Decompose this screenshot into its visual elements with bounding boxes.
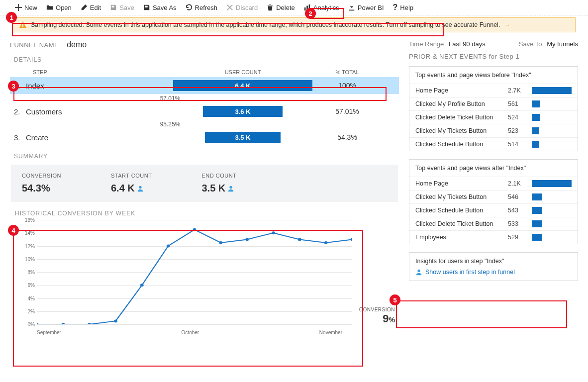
- y-tick: 4%: [28, 295, 35, 301]
- event-count: 2.7K: [508, 87, 532, 94]
- svg-point-7: [167, 245, 170, 248]
- save-as-button[interactable]: Save As: [143, 4, 177, 11]
- step-name: Customers: [26, 107, 173, 116]
- save-to-value[interactable]: My funnels: [547, 40, 578, 48]
- event-row[interactable]: Clicked My Profile Button 561: [409, 97, 578, 110]
- events-before-panel: Top events and page views before "Index"…: [409, 66, 578, 151]
- event-count: 561: [508, 100, 532, 107]
- funnel-step-row[interactable]: 1. Index 6.4 K 100%: [10, 77, 399, 94]
- delete-button[interactable]: Delete: [267, 4, 295, 11]
- save-to-label: Save To: [519, 40, 542, 48]
- event-count: 2.1K: [508, 180, 532, 187]
- event-name: Clicked Schedule Button: [415, 141, 508, 148]
- svg-point-0: [139, 186, 141, 189]
- y-tick: 6%: [28, 283, 35, 288]
- prior-next-heading: PRIOR & NEXT EVENTS for Step 1: [409, 53, 578, 60]
- edit-button[interactable]: Edit: [81, 4, 101, 11]
- event-row[interactable]: Clicked Delete Ticket Button 533: [409, 217, 578, 230]
- trash-icon: [267, 4, 274, 11]
- annotation-4: 4: [8, 225, 19, 236]
- event-row[interactable]: Employees 529: [409, 230, 578, 244]
- annotation-1: 1: [6, 12, 17, 23]
- x-tick: November: [319, 330, 342, 335]
- event-row[interactable]: Clicked My Tickets Button 523: [409, 124, 578, 137]
- event-row[interactable]: Clicked Delete Ticket Button 524: [409, 110, 578, 124]
- conversion-badge-value: 9: [383, 312, 389, 325]
- event-name: Clicked My Tickets Button: [415, 193, 508, 200]
- event-bar: [532, 234, 572, 241]
- summary-heading: SUMMARY: [14, 153, 399, 160]
- svg-point-8: [193, 228, 196, 231]
- new-button[interactable]: New: [15, 4, 37, 11]
- col-step: STEP: [14, 69, 173, 75]
- event-count: 546: [508, 193, 532, 200]
- funnel-step-row[interactable]: 2. Customers 3.6 K 57.01%: [10, 103, 399, 120]
- show-users-link[interactable]: Show users in first step in funnel: [415, 269, 572, 276]
- funnel-step-row[interactable]: 3. Create 3.5 K 54.3%: [10, 129, 399, 146]
- y-tick: 8%: [28, 270, 35, 275]
- event-name: Home Page: [415, 87, 508, 94]
- step-name: Index: [26, 82, 173, 90]
- step-dropoff: 95.25%: [10, 121, 169, 128]
- event-bar: [532, 220, 572, 227]
- svg-point-1: [230, 186, 232, 189]
- svg-point-12: [298, 238, 301, 241]
- plus-icon: [15, 4, 22, 11]
- event-count: 523: [508, 127, 532, 134]
- conversion-badge-unit: %: [389, 316, 395, 324]
- step-pct-total: 57.01%: [312, 107, 382, 115]
- y-tick: 10%: [25, 256, 35, 262]
- powerbi-button[interactable]: Power BI: [348, 4, 384, 11]
- event-bar: [532, 141, 572, 148]
- event-row[interactable]: Clicked Schedule Button 543: [409, 203, 578, 217]
- event-count: 529: [508, 234, 532, 241]
- event-row[interactable]: Clicked Schedule Button 514: [409, 137, 578, 151]
- event-row[interactable]: Home Page 2.1K: [409, 177, 578, 190]
- svg-point-4: [88, 323, 91, 324]
- help-button[interactable]: ?Help: [393, 3, 414, 12]
- refresh-button[interactable]: Refresh: [186, 4, 218, 11]
- y-tick: 0%: [28, 322, 35, 327]
- details-heading: DETAILS: [14, 56, 399, 63]
- svg-point-10: [245, 238, 249, 241]
- user-icon: [415, 269, 422, 276]
- time-range-value[interactable]: Last 90 days: [449, 40, 486, 48]
- svg-point-11: [272, 231, 275, 234]
- start-count-metric: START COUNT 6.4 K: [111, 173, 152, 194]
- refresh-icon: [186, 4, 193, 11]
- pencil-icon: [81, 4, 88, 11]
- save-icon: [110, 4, 117, 11]
- y-tick: 2%: [28, 308, 35, 314]
- annotation-2: 2: [305, 8, 316, 19]
- y-tick: 14%: [25, 230, 35, 236]
- funnel-name-value[interactable]: demo: [67, 40, 87, 49]
- step-name: Create: [26, 133, 173, 142]
- svg-point-14: [351, 238, 352, 241]
- events-after-panel: Top events and page views after "Index" …: [409, 159, 578, 244]
- conversion-label: CONVERSION: [22, 173, 61, 179]
- event-name: Clicked Delete Ticket Button: [415, 220, 508, 227]
- conversion-metric: CONVERSION 54.3%: [22, 173, 61, 194]
- folder-icon: [46, 4, 53, 11]
- conversion-value: 54.3%: [22, 183, 61, 194]
- gridline: [37, 324, 352, 325]
- event-name: Home Page: [415, 180, 508, 187]
- history-heading: HISTORICAL CONVERSION BY WEEK: [15, 210, 399, 217]
- warning-arrow-icon[interactable]: →: [504, 21, 510, 28]
- close-icon: [226, 4, 233, 11]
- step-count-bar: 6.4 K: [173, 80, 312, 91]
- warning-text: Sampling detected. Some events in this a…: [31, 21, 500, 28]
- show-users-link-text: Show users in first step in funnel: [425, 269, 515, 276]
- event-row[interactable]: Home Page 2.7K: [409, 84, 578, 97]
- step-pct-total: 54.3%: [312, 133, 382, 141]
- conversion-badge-label: CONVERSION: [359, 307, 395, 312]
- event-row[interactable]: Clicked My Tickets Button 546: [409, 190, 578, 203]
- event-name: Clicked My Profile Button: [415, 100, 508, 107]
- discard-button: Discard: [226, 4, 258, 11]
- svg-point-15: [417, 270, 420, 272]
- x-tick: September: [37, 330, 61, 335]
- save-as-icon: [143, 4, 150, 11]
- open-button[interactable]: Open: [46, 4, 72, 11]
- x-tick: October: [182, 330, 199, 335]
- event-bar: [532, 87, 572, 94]
